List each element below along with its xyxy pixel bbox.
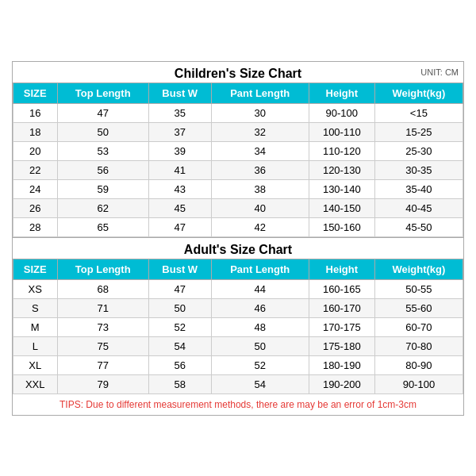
col-bust-w: Bust W [148, 259, 211, 279]
table-cell: 46 [211, 298, 309, 317]
col-size: SIZE [13, 259, 58, 279]
children-header-row: SIZE Top Length Bust W Pant Length Heigh… [13, 83, 463, 103]
table-cell: S [13, 298, 58, 317]
table-row: 22564136120-13030-35 [13, 160, 463, 179]
adult-title: Adult's Size Chart [184, 243, 292, 256]
table-cell: 28 [13, 217, 58, 236]
table-cell: 50-55 [374, 279, 463, 298]
table-cell: 120-130 [309, 160, 374, 179]
table-cell: 90-100 [309, 103, 374, 122]
col-top-length: Top Length [57, 259, 148, 279]
children-title-row: Children's Size Chart UNIT: CM [13, 62, 463, 83]
table-cell: 41 [148, 160, 211, 179]
table-cell: 24 [13, 179, 58, 198]
table-cell: 54 [211, 374, 309, 393]
table-cell: 65 [57, 217, 148, 236]
children-title: Children's Size Chart [175, 67, 301, 80]
table-cell: 80-90 [374, 355, 463, 374]
unit-label: UNIT: CM [420, 67, 459, 77]
table-cell: 62 [57, 198, 148, 217]
table-cell: 50 [148, 298, 211, 317]
table-cell: 90-100 [374, 374, 463, 393]
table-cell: 175-180 [309, 336, 374, 355]
table-cell: 160-165 [309, 279, 374, 298]
table-row: M735248170-17560-70 [13, 317, 463, 336]
table-cell: 15-25 [374, 122, 463, 141]
col-size: SIZE [13, 83, 58, 103]
table-cell: 170-175 [309, 317, 374, 336]
col-height: Height [309, 259, 374, 279]
adult-title-row: Adult's Size Chart [13, 238, 463, 259]
adult-table: SIZE Top Length Bust W Pant Length Heigh… [13, 259, 463, 394]
table-cell: 47 [57, 103, 148, 122]
table-cell: 77 [57, 355, 148, 374]
table-cell: 20 [13, 141, 58, 160]
table-cell: 32 [211, 122, 309, 141]
table-cell: 50 [57, 122, 148, 141]
table-cell: 68 [57, 279, 148, 298]
table-cell: 180-190 [309, 355, 374, 374]
table-row: 26624540140-15040-45 [13, 198, 463, 217]
table-cell: 30 [211, 103, 309, 122]
table-cell: 54 [148, 336, 211, 355]
table-row: 24594338130-14035-40 [13, 179, 463, 198]
col-pant-length: Pant Length [211, 259, 309, 279]
table-cell: 30-35 [374, 160, 463, 179]
children-table: SIZE Top Length Bust W Pant Length Heigh… [13, 83, 463, 237]
table-cell: 190-200 [309, 374, 374, 393]
table-cell: XS [13, 279, 58, 298]
table-cell: 59 [57, 179, 148, 198]
table-cell: 48 [211, 317, 309, 336]
table-cell: 45-50 [374, 217, 463, 236]
table-cell: 40 [211, 198, 309, 217]
table-cell: 26 [13, 198, 58, 217]
table-cell: 150-160 [309, 217, 374, 236]
col-weight: Weight(kg) [374, 259, 463, 279]
table-cell: 22 [13, 160, 58, 179]
col-bust-w: Bust W [148, 83, 211, 103]
table-row: 20533934110-12025-30 [13, 141, 463, 160]
table-cell: 56 [57, 160, 148, 179]
table-row: XXL795854190-20090-100 [13, 374, 463, 393]
table-cell: 16 [13, 103, 58, 122]
table-cell: XL [13, 355, 58, 374]
table-cell: 50 [211, 336, 309, 355]
table-cell: <15 [374, 103, 463, 122]
table-cell: M [13, 317, 58, 336]
tips-text: TIPS: Due to different measurement metho… [13, 394, 463, 415]
table-cell: 47 [148, 217, 211, 236]
table-cell: 43 [148, 179, 211, 198]
table-cell: 56 [148, 355, 211, 374]
col-top-length: Top Length [57, 83, 148, 103]
table-cell: 75 [57, 336, 148, 355]
table-cell: 160-170 [309, 298, 374, 317]
table-cell: 45 [148, 198, 211, 217]
table-cell: 35-40 [374, 179, 463, 198]
table-cell: 140-150 [309, 198, 374, 217]
table-cell: 34 [211, 141, 309, 160]
table-cell: 70-80 [374, 336, 463, 355]
table-cell: 44 [211, 279, 309, 298]
table-cell: L [13, 336, 58, 355]
table-cell: 55-60 [374, 298, 463, 317]
table-cell: 60-70 [374, 317, 463, 336]
table-row: XL775652180-19080-90 [13, 355, 463, 374]
table-cell: 52 [148, 317, 211, 336]
table-cell: 39 [148, 141, 211, 160]
table-cell: 37 [148, 122, 211, 141]
table-cell: 36 [211, 160, 309, 179]
table-cell: 25-30 [374, 141, 463, 160]
table-cell: 110-120 [309, 141, 374, 160]
table-cell: 42 [211, 217, 309, 236]
table-row: 1647353090-100<15 [13, 103, 463, 122]
table-cell: 71 [57, 298, 148, 317]
table-cell: XXL [13, 374, 58, 393]
table-row: 28654742150-16045-50 [13, 217, 463, 236]
table-cell: 79 [57, 374, 148, 393]
table-row: L755450175-18070-80 [13, 336, 463, 355]
table-row: S715046160-17055-60 [13, 298, 463, 317]
col-height: Height [309, 83, 374, 103]
table-cell: 53 [57, 141, 148, 160]
table-cell: 38 [211, 179, 309, 198]
size-chart-wrapper: Children's Size Chart UNIT: CM SIZE Top … [12, 61, 464, 416]
